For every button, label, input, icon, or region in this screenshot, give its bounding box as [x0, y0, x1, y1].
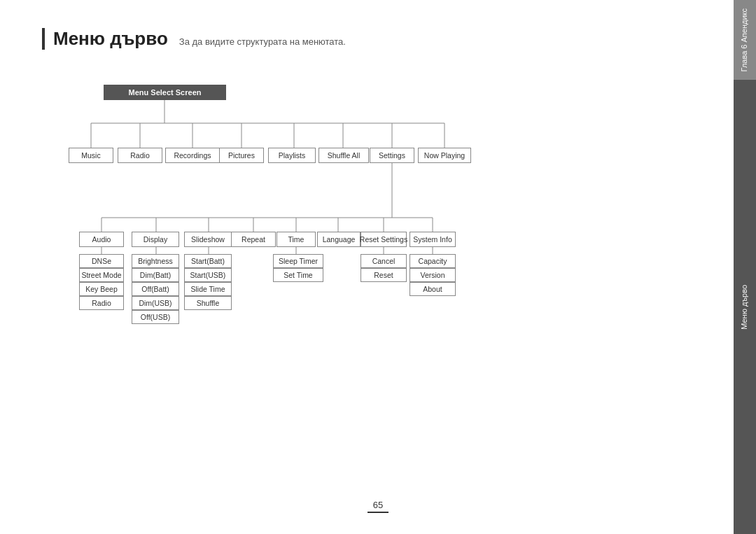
node-version: Version — [410, 268, 456, 282]
tree-container: Menu Select Screen Music Radio Recording… — [42, 78, 728, 372]
node-radio: Radio — [118, 148, 162, 163]
node-repeat: Repeat — [231, 232, 276, 247]
main-content: Меню дърво За да видите структурата на м… — [0, 0, 756, 386]
node-time: Time — [276, 232, 316, 247]
page-number: 65 — [368, 500, 388, 513]
node-settings: Settings — [370, 148, 414, 163]
node-shuffle-all: Shuffle All — [318, 148, 369, 163]
node-system-info: System Info — [410, 232, 456, 247]
node-reset-settings: Reset Settings — [360, 232, 407, 247]
node-set-time: Set Time — [273, 268, 323, 282]
tree-lines — [42, 78, 728, 372]
node-display: Display — [132, 232, 179, 247]
page-subtitle: За да видите структурата на менютата. — [179, 36, 346, 47]
node-dnse: DNSe — [79, 254, 124, 268]
node-dim-batt: Dim(Batt) — [132, 268, 179, 282]
node-brightness: Brightness — [132, 254, 179, 268]
node-street-mode: Street Mode — [79, 268, 124, 282]
node-now-playing: Now Playing — [418, 148, 471, 163]
node-start-batt: Start(Batt) — [184, 254, 232, 268]
node-about: About — [410, 282, 456, 296]
node-radio-child: Radio — [79, 296, 124, 310]
node-slideshow: Slideshow — [184, 232, 232, 247]
node-cancel: Cancel — [360, 254, 407, 268]
node-sleep-timer: Sleep Timer — [273, 254, 323, 268]
node-root: Menu Select Screen — [104, 85, 226, 100]
node-start-usb: Start(USB) — [184, 268, 232, 282]
node-slide-time: Slide Time — [184, 282, 232, 296]
node-playlists: Playlists — [268, 148, 316, 163]
page-title: Меню дърво — [53, 28, 168, 50]
node-music: Music — [69, 148, 113, 163]
node-off-usb: Off(USB) — [132, 310, 179, 324]
page-title-area: Меню дърво За да видите структурата на м… — [42, 28, 721, 50]
node-capacity: Capacity — [410, 254, 456, 268]
node-key-beep: Key Beep — [79, 282, 124, 296]
page-number-line — [368, 512, 388, 513]
node-audio: Audio — [79, 232, 124, 247]
node-language: Language — [317, 232, 360, 247]
node-shuffle: Shuffle — [184, 296, 232, 310]
node-pictures: Pictures — [219, 148, 264, 163]
node-recordings: Recordings — [165, 148, 220, 163]
node-dim-usb: Dim(USB) — [132, 296, 179, 310]
node-off-batt: Off(Batt) — [132, 282, 179, 296]
node-reset: Reset — [360, 268, 407, 282]
